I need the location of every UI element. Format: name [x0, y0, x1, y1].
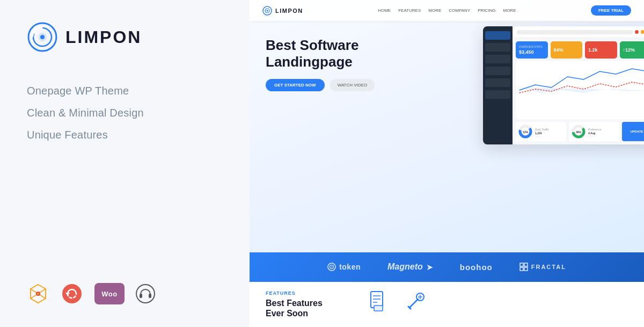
dash-card-blue: OVERVIEW STATS $3,450 — [516, 41, 548, 59]
svg-rect-12 — [140, 294, 142, 298]
dash-main: OVERVIEW STATS $3,450 84% 1.2k ↑12% — [513, 26, 644, 144]
brand-magneto: Magneto ➤ — [387, 262, 433, 272]
left-panel: LIMPON Onepage WP Theme Clean & Minimal … — [0, 0, 250, 327]
line-chart — [518, 63, 644, 96]
site-nav-cta-button[interactable]: FREE TRIAL — [591, 5, 631, 16]
feature-icon-document — [368, 290, 389, 312]
svg-point-3 — [40, 35, 45, 39]
brand-boohoo: boohoo — [460, 263, 493, 272]
nav-link-more2[interactable]: MORE — [503, 8, 516, 13]
dash-sidebar-item — [485, 78, 510, 87]
dash-bottom-row: 12% Daily Traffic 1,234 — [516, 122, 644, 141]
token-icon — [327, 263, 336, 271]
feature-item-1: Onepage WP Theme — [27, 85, 223, 97]
fractal-icon — [519, 263, 528, 271]
svg-rect-29 — [524, 267, 528, 271]
nav-link-more1[interactable]: MORE — [428, 8, 441, 13]
dash-card-red: 1.2k — [585, 41, 617, 59]
feature-item-2: Clean & Minimal Design — [27, 107, 223, 119]
website-preview: LIMPON HOME FEATURES MORE COMPANY PRICIN… — [250, 0, 644, 252]
hero-cta-secondary-button[interactable]: WATCH VIDEO — [330, 79, 375, 91]
svg-point-25 — [331, 266, 332, 267]
features-label: FEATURES — [266, 290, 352, 296]
nav-link-pricing[interactable]: PRICING — [478, 8, 495, 13]
svg-rect-13 — [149, 294, 151, 298]
svg-text:12%: 12% — [523, 130, 529, 134]
blue-banner: token Magneto ➤ boohoo FRACTAL — [250, 252, 644, 282]
right-panel: LIMPON HOME FEATURES MORE COMPANY PRICIN… — [250, 0, 644, 327]
svg-line-35 — [409, 299, 418, 308]
dash-donut-2: 36% Preference 4 Avg — [569, 122, 619, 141]
features-header: FEATURES Best Features Ever Soon — [266, 290, 352, 318]
feature-card-2 — [405, 290, 427, 312]
bottom-icons: Woo — [27, 282, 223, 306]
dash-card-green: ↑12% — [620, 41, 645, 59]
site-nav-logo: LIMPON — [262, 6, 303, 16]
magneto-label: Magneto — [387, 262, 423, 272]
dash-sidebar-item — [485, 43, 510, 52]
dashboard-mockup: OVERVIEW STATS $3,450 84% 1.2k ↑12% — [483, 26, 644, 144]
svg-rect-27 — [524, 263, 528, 266]
features-strip: FEATURES Best Features Ever Soon — [250, 282, 644, 327]
hero-cta-primary-button[interactable]: GET STARTED NOW — [266, 79, 325, 91]
svg-rect-28 — [520, 267, 523, 271]
site-nav-logo-icon — [262, 6, 272, 16]
dash-sidebar-item — [485, 31, 510, 40]
logo-area: LIMPON — [27, 21, 223, 53]
sync-icon — [60, 282, 84, 306]
dash-dot-red — [635, 30, 639, 34]
dash-update-button[interactable]: UPDATE — [622, 122, 644, 141]
dash-dot-yellow — [641, 30, 644, 34]
nav-link-home[interactable]: HOME — [378, 8, 391, 13]
site-nav-links: HOME FEATURES MORE COMPANY PRICING MORE — [378, 8, 516, 13]
feather-icon — [27, 282, 49, 305]
dash-chart-area — [516, 61, 644, 119]
features-list: Onepage WP Theme Clean & Minimal Design … — [27, 85, 223, 141]
nav-link-features[interactable]: FEATURES — [398, 8, 421, 13]
nav-link-company[interactable]: COMPANY — [449, 8, 470, 13]
logo-text: LIMPON — [65, 27, 142, 47]
site-nav: LIMPON HOME FEATURES MORE COMPANY PRICIN… — [250, 0, 644, 21]
dash-sidebar-item — [485, 55, 510, 63]
svg-point-9 — [62, 284, 82, 303]
svg-point-8 — [37, 293, 39, 295]
dash-sidebar-item — [485, 90, 510, 99]
limpon-logo-icon — [27, 21, 58, 53]
brand-fractal: FRACTAL — [519, 263, 566, 271]
woo-icon: Woo — [94, 283, 125, 304]
dash-cards-row: OVERVIEW STATS $3,450 84% 1.2k ↑12% — [516, 41, 644, 59]
feature-item-3: Unique Features — [27, 129, 223, 141]
boohoo-label: boohoo — [460, 263, 493, 272]
dash-header — [513, 26, 644, 38]
feature-icon-tools — [405, 290, 427, 312]
features-title: Best Features Ever Soon — [266, 298, 352, 318]
svg-point-11 — [136, 285, 155, 303]
svg-rect-26 — [520, 263, 523, 266]
site-nav-logo-text: LIMPON — [275, 8, 303, 14]
dash-sidebar-item — [485, 67, 510, 75]
fractal-label: FRACTAL — [531, 264, 566, 270]
svg-text:36%: 36% — [576, 130, 582, 134]
dash-card-orange: 84% — [551, 41, 583, 59]
headset-icon — [135, 284, 156, 304]
hero-section: Best Software Landingpage GET STARTED NO… — [250, 21, 644, 102]
dash-content: OVERVIEW STATS $3,450 84% 1.2k ↑12% — [513, 38, 644, 144]
dash-sidebar — [483, 26, 513, 144]
token-label: token — [339, 263, 361, 271]
feature-card-1 — [368, 290, 389, 312]
dash-donut-1: 12% Daily Traffic 1,234 — [516, 122, 566, 141]
brand-token: token — [327, 263, 361, 271]
svg-rect-31 — [374, 306, 383, 311]
svg-point-16 — [267, 10, 268, 11]
